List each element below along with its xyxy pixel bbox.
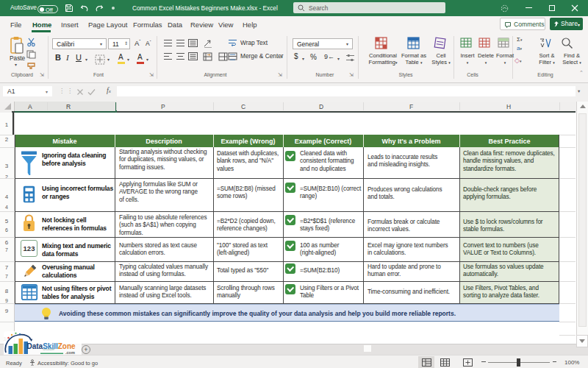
svg-text:DataSkillZone: DataSkillZone [27, 342, 76, 350]
svg-text:.com: .com [65, 350, 75, 355]
